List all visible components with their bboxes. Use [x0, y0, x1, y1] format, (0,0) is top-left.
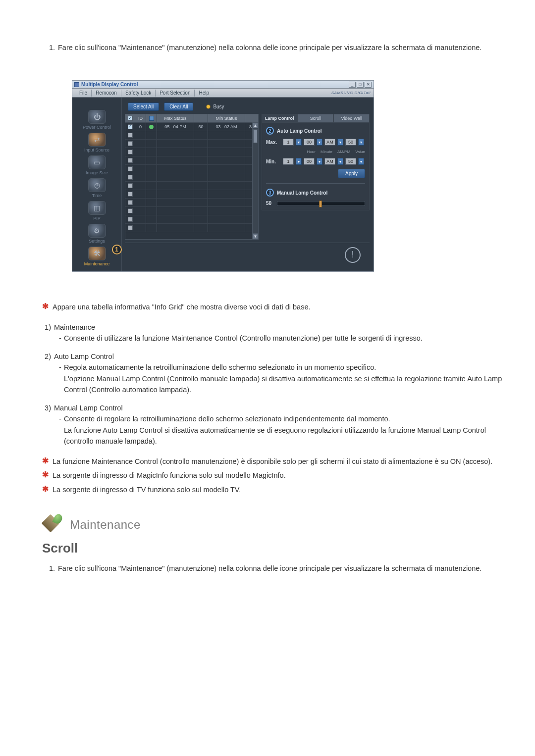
grid-row[interactable]: 0 05 : 04 PM 60 03 : 02 AM 80	[125, 123, 258, 131]
maximize-button[interactable]: □	[357, 82, 364, 88]
desc-3-text-b: La funzione Auto Lamp Control si disatti…	[59, 425, 513, 447]
manual-lamp-slider[interactable]	[277, 201, 365, 206]
apply-button[interactable]: Apply	[338, 169, 365, 178]
row-checkbox[interactable]	[128, 183, 133, 188]
grid-row[interactable]	[125, 207, 258, 215]
row-checkbox[interactable]	[128, 192, 133, 197]
sidebar-label: Time	[92, 193, 102, 198]
sidebar-item-settings[interactable]: ⚙ Settings	[77, 224, 117, 244]
sidebar-item-input-source[interactable]: ⇄ Input Source	[77, 133, 117, 152]
dropdown-icon[interactable]: ▾	[296, 139, 302, 146]
row-checkbox[interactable]	[128, 208, 133, 213]
busy-indicator: Busy	[206, 104, 224, 109]
title-bar: Multiple Display Control _ □ ✕	[72, 81, 374, 89]
window-title: Multiple Display Control	[81, 82, 138, 87]
grid-row[interactable]	[125, 173, 258, 182]
sidebar-item-image-size[interactable]: ▭ Image Size	[77, 155, 117, 175]
dropdown-icon[interactable]: ▾	[337, 158, 343, 165]
pip-icon: ◫	[88, 201, 106, 215]
row-checkbox[interactable]	[128, 150, 133, 154]
row-checkbox[interactable]	[128, 141, 133, 146]
min-minute-field[interactable]: 00	[304, 158, 315, 165]
max-hour-field[interactable]: 1	[283, 139, 294, 146]
menu-port-selection[interactable]: Port Selection	[156, 89, 194, 98]
grid-row[interactable]	[125, 215, 258, 224]
row-checkbox[interactable]	[128, 217, 133, 222]
slider-thumb[interactable]	[319, 201, 322, 207]
row-checkbox[interactable]	[128, 158, 133, 163]
manual-slider-row: 50	[266, 201, 365, 206]
sidebar-item-maintenance[interactable]: 🛠 Maintenance 1	[77, 247, 117, 266]
min-hour-field[interactable]: 1	[283, 158, 294, 165]
tab-video-wall[interactable]: Video Wall	[333, 114, 370, 122]
dropdown-icon[interactable]: ▾	[358, 139, 364, 146]
sidebar-item-time[interactable]: ◷ Time	[77, 178, 117, 198]
col-min-status: Min Status	[208, 114, 245, 122]
desc-3-text-a: Consente di regolare la retroilluminazio…	[64, 415, 390, 423]
dropdown-icon[interactable]: ▾	[358, 158, 364, 165]
row-checkbox[interactable]	[128, 225, 133, 230]
grid-row[interactable]	[125, 224, 258, 232]
dropdown-icon[interactable]: ▾	[317, 139, 322, 146]
star-bullet-icon: ✱	[42, 302, 49, 312]
minimize-button[interactable]: _	[349, 82, 356, 88]
select-all-button[interactable]: Select All	[128, 102, 159, 111]
sidebar-item-power-control[interactable]: ⏻ Power Control	[77, 110, 117, 130]
grid-row[interactable]	[125, 156, 258, 165]
outro-step-1: Fare clic sull'icona "Maintenance" (manu…	[57, 563, 513, 574]
grid-scrollbar[interactable]: ▲ ▼	[252, 122, 258, 239]
row-max-val: 60	[194, 123, 208, 131]
column-hints: HourMinuteAM/PMValue	[266, 150, 365, 154]
grid-row[interactable]	[125, 190, 258, 199]
grid-row[interactable]	[125, 199, 258, 207]
power-col-icon	[149, 116, 154, 121]
row-checkbox[interactable]	[128, 133, 133, 138]
grid-row[interactable]	[125, 148, 258, 156]
min-ampm-field[interactable]: AM	[324, 158, 335, 165]
grid-row[interactable]	[125, 140, 258, 148]
menu-safety-lock[interactable]: Safety Lock	[121, 89, 155, 98]
star-bullet-icon: ✱	[42, 470, 49, 481]
dropdown-icon[interactable]: ▾	[337, 139, 343, 146]
callout-2-icon: 2	[266, 127, 274, 135]
dropdown-icon[interactable]: ▾	[296, 158, 302, 165]
app-icon	[74, 82, 79, 87]
callout-3-icon: 3	[266, 189, 274, 197]
row-checkbox[interactable]	[128, 200, 133, 205]
row-checkbox[interactable]	[128, 175, 133, 180]
note-3: La sorgente di ingresso di TV funziona s…	[53, 484, 241, 495]
grid-row[interactable]	[125, 131, 258, 140]
max-value-field[interactable]: 50	[345, 139, 356, 146]
note-1: La funzione Maintenance Control (control…	[53, 456, 492, 467]
max-minute-field[interactable]: 00	[304, 139, 315, 146]
scroll-thumb[interactable]	[253, 129, 258, 143]
input-source-icon: ⇄	[88, 133, 106, 147]
clear-all-button[interactable]: Clear All	[164, 102, 193, 111]
max-ampm-field[interactable]: AM	[324, 139, 335, 146]
row-checkbox[interactable]	[128, 124, 133, 129]
scroll-down-button[interactable]: ▼	[253, 233, 258, 239]
max-row: Max. 1▾ 00▾ AM▾ 50▾	[266, 139, 365, 146]
grid-row[interactable]	[125, 182, 258, 190]
close-button[interactable]: ✕	[365, 82, 372, 88]
sidebar-label: Image Size	[86, 170, 108, 175]
auto-lamp-header: 2 Auto Lamp Control	[266, 127, 365, 135]
grid-row[interactable]	[125, 165, 258, 173]
grid-header: ID Max Status Min Status	[125, 114, 258, 123]
sidebar-item-pip[interactable]: ◫ PIP	[77, 201, 117, 221]
desc-3-title: Manual Lamp Control	[54, 403, 123, 413]
menu-remocon[interactable]: Remocon	[92, 89, 121, 98]
tab-lamp-control[interactable]: Lamp Control	[262, 114, 298, 122]
desc-2-title: Auto Lamp Control	[54, 351, 114, 362]
sidebar-label: Power Control	[83, 125, 111, 130]
menu-help[interactable]: Help	[195, 89, 213, 98]
desc-2-text-b: L'opzione Manual Lamp Control (Controllo…	[59, 373, 513, 396]
menu-file[interactable]: File	[75, 89, 91, 98]
row-checkbox[interactable]	[128, 166, 133, 171]
desc-1-text: Consente di utilizzare la funzione Maint…	[64, 334, 423, 342]
scroll-up-button[interactable]: ▲	[253, 122, 258, 128]
grid-select-all-checkbox[interactable]	[128, 116, 133, 121]
min-value-field[interactable]: 50	[345, 158, 356, 165]
dropdown-icon[interactable]: ▾	[317, 158, 322, 165]
tab-scroll[interactable]: Scroll	[298, 114, 334, 122]
